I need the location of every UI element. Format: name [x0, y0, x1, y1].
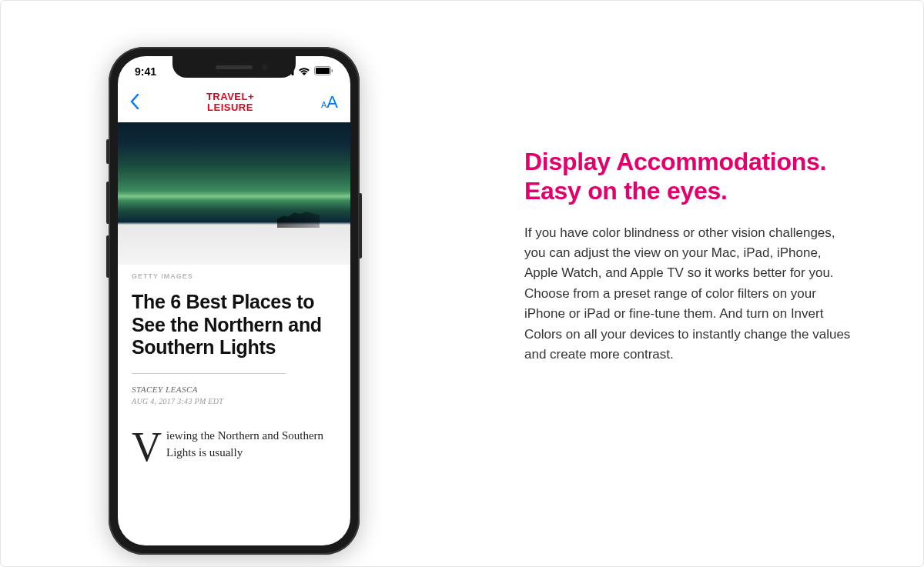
brand-logo: TRAVEL+ LEISURE — [206, 92, 254, 112]
status-time: 9:41 — [135, 65, 156, 78]
article-headline: The 6 Best Places to See the Northern an… — [132, 291, 336, 359]
text-size-button[interactable]: AA — [321, 92, 338, 112]
phone-frame: 9:41 — [109, 47, 360, 555]
feature-title-line2: Easy on the eyes. — [524, 177, 727, 205]
article-body-text: iewing the Northern and Southern Lights … — [166, 429, 323, 459]
feature-description: Display Accommodations. Easy on the eyes… — [370, 47, 854, 365]
feature-body: If you have color blindness or other vis… — [524, 223, 854, 365]
feature-title: Display Accommodations. Easy on the eyes… — [524, 147, 854, 206]
article-date: AUG 4, 2017 3:43 PM EDT — [132, 397, 336, 405]
brand-line2: LEISURE — [206, 102, 254, 113]
mute-switch — [106, 139, 109, 164]
phone-screen: 9:41 — [118, 56, 350, 545]
svg-rect-6 — [332, 69, 333, 72]
speaker-grill — [216, 65, 253, 69]
feature-title-line1: Display Accommodations. — [524, 148, 826, 175]
battery-icon — [314, 65, 333, 78]
volume-up-button — [106, 182, 109, 224]
image-structure — [277, 206, 320, 228]
article-author: STACEY LEASCA — [132, 385, 336, 394]
page-container: 9:41 — [1, 1, 923, 566]
svg-rect-5 — [316, 68, 330, 74]
phone-notch — [172, 56, 296, 78]
volume-down-button — [106, 235, 109, 278]
article-text: Viewing the Northern and Southern Lights… — [132, 427, 336, 462]
article-hero-image — [118, 122, 350, 265]
image-credit: GETTY IMAGES — [132, 272, 336, 280]
divider — [132, 373, 286, 374]
front-camera — [262, 64, 268, 70]
article-body: GETTY IMAGES The 6 Best Places to See th… — [118, 265, 350, 462]
drop-cap: V — [132, 427, 166, 465]
wifi-icon — [298, 65, 310, 78]
back-button[interactable] — [130, 92, 139, 112]
side-button — [359, 193, 362, 258]
large-a-icon: A — [326, 92, 338, 112]
phone-mockup: 9:41 — [109, 47, 370, 555]
app-nav-bar: TRAVEL+ LEISURE AA — [118, 87, 350, 122]
brand-line1: TRAVEL+ — [206, 92, 254, 102]
